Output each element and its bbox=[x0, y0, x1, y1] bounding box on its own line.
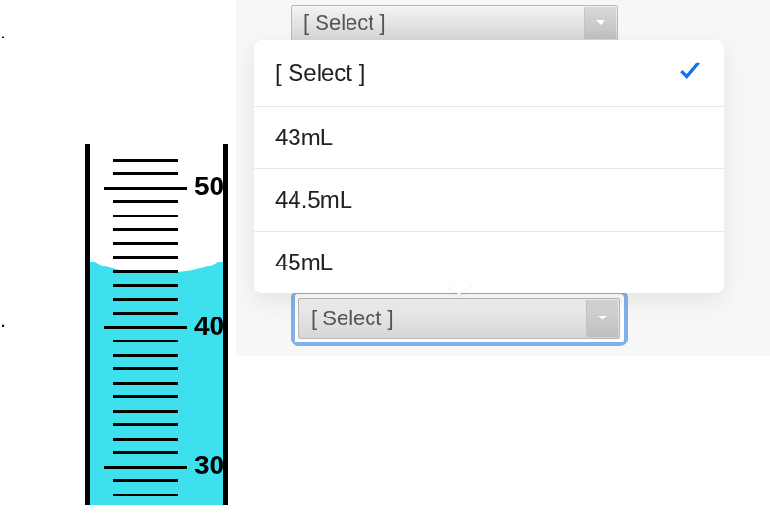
tick-minor bbox=[113, 410, 178, 413]
tick-minor bbox=[113, 367, 178, 370]
tick-minor bbox=[113, 159, 178, 162]
tick-minor bbox=[113, 228, 178, 231]
tick-minor bbox=[113, 312, 178, 315]
chevron-down-icon bbox=[586, 300, 618, 337]
dropdown-option-label: 43mL bbox=[275, 124, 333, 151]
tick-minor bbox=[113, 438, 178, 441]
tick-minor bbox=[113, 494, 178, 496]
tick-minor bbox=[113, 200, 178, 203]
tick-minor bbox=[113, 270, 178, 273]
tick-major bbox=[104, 466, 187, 469]
dropdown-option-label: 45mL bbox=[275, 249, 333, 276]
question-3-number: . bbox=[0, 308, 6, 333]
tick-minor bbox=[113, 172, 178, 175]
tick-minor bbox=[113, 451, 178, 454]
graduated-cylinder: 304050 bbox=[77, 144, 236, 505]
dropdown-option-43[interactable]: 43mL bbox=[254, 107, 724, 169]
tick-minor bbox=[113, 242, 178, 245]
dropdown-option-select[interactable]: [ Select ] bbox=[254, 40, 724, 107]
tick-minor bbox=[113, 215, 178, 217]
popover-tip bbox=[446, 282, 473, 295]
question-2-select[interactable]: [ Select ] bbox=[291, 5, 618, 41]
question-2-select-label: [ Select ] bbox=[303, 11, 386, 36]
tick-label-40: 40 bbox=[194, 311, 224, 342]
tick-minor bbox=[113, 354, 178, 357]
tick-label-50: 50 bbox=[194, 171, 224, 202]
tick-major bbox=[104, 326, 187, 329]
tick-major bbox=[104, 187, 187, 190]
dropdown-option-44-5[interactable]: 44.5mL bbox=[254, 169, 724, 232]
tick-minor bbox=[113, 423, 178, 426]
question-3-select[interactable]: [ Select ] bbox=[291, 291, 628, 346]
tick-minor bbox=[113, 284, 178, 287]
question-2-number: . bbox=[0, 19, 6, 44]
chevron-down-icon bbox=[584, 7, 616, 39]
tick-minor bbox=[113, 479, 178, 482]
tick-minor bbox=[113, 382, 178, 385]
tick-minor bbox=[113, 256, 178, 259]
dropdown-option-45[interactable]: 45mL bbox=[254, 232, 724, 293]
check-icon bbox=[678, 58, 703, 89]
dropdown-option-label: 44.5mL bbox=[275, 187, 352, 214]
tick-label-30: 30 bbox=[194, 450, 224, 481]
question-3-select-label: [ Select ] bbox=[311, 306, 394, 331]
tick-minor bbox=[113, 298, 178, 301]
tick-minor bbox=[113, 395, 178, 398]
dropdown-option-label: [ Select ] bbox=[275, 60, 365, 87]
tick-minor bbox=[113, 340, 178, 342]
dropdown-popover: [ Select ] 43mL 44.5mL 45mL bbox=[254, 40, 724, 293]
